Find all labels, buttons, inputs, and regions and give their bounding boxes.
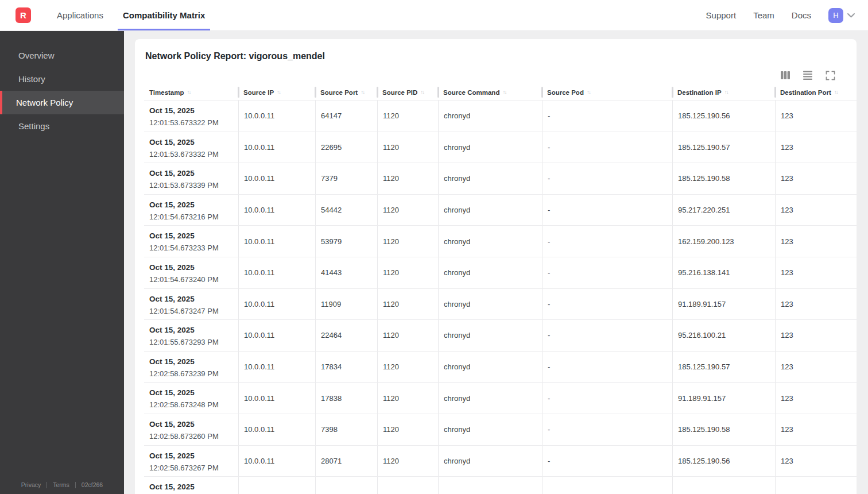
footer-divider bbox=[75, 482, 76, 488]
timestamp-cell: Oct 15, 2025 12:01:53.673322 PM bbox=[144, 101, 238, 132]
column-header-source-pid[interactable]: Source PID ↑↓ bbox=[377, 84, 438, 100]
sort-icon[interactable]: ↑↓ bbox=[187, 89, 192, 95]
timestamp-cell: Oct 15, 2025 12:01:54.673247 PM bbox=[144, 289, 238, 320]
sort-icon[interactable]: ↑↓ bbox=[724, 89, 729, 95]
destination-port-cell: 123 bbox=[775, 163, 857, 194]
timestamp-time: 12:02:58.673267 PM bbox=[149, 462, 219, 474]
tab-applications[interactable]: Applications bbox=[52, 0, 108, 30]
sidebar-item-history[interactable]: History bbox=[0, 67, 124, 91]
source-port-cell bbox=[315, 477, 377, 494]
timestamp-time: 12:01:54.673247 PM bbox=[149, 305, 219, 317]
sort-icon[interactable]: ↑↓ bbox=[834, 89, 839, 95]
source-pid-cell: 1120 bbox=[377, 352, 438, 383]
table-row: Oct 15, 2025 12:01:54.673247 PM 10.0.0.1… bbox=[144, 289, 857, 321]
expand-icon[interactable] bbox=[824, 70, 836, 81]
source-port-cell: 54442 bbox=[315, 195, 377, 226]
column-header-source-pod[interactable]: Source Pod ↑↓ bbox=[542, 84, 672, 100]
source-port-cell: 28071 bbox=[315, 446, 377, 477]
destination-ip-cell: 185.125.190.58 bbox=[672, 414, 775, 445]
main-content: Network Policy Report: vigorous_mendel bbox=[124, 31, 868, 494]
sort-icon[interactable]: ↑↓ bbox=[277, 89, 281, 95]
link-team[interactable]: Team bbox=[753, 10, 774, 20]
destination-ip-cell: 185.125.190.57 bbox=[672, 352, 775, 383]
rows-icon[interactable] bbox=[802, 70, 813, 81]
table-row: Oct 15, 2025 12:01:54.673240 PM 10.0.0.1… bbox=[144, 257, 857, 289]
column-header-timestamp[interactable]: Timestamp ↑↓ bbox=[144, 84, 238, 100]
source-ip-cell: 10.0.0.11 bbox=[238, 383, 315, 414]
timestamp-date: Oct 15, 2025 bbox=[149, 167, 195, 179]
columns-icon[interactable] bbox=[780, 70, 791, 81]
timestamp-date: Oct 15, 2025 bbox=[149, 105, 195, 117]
column-header-source-command[interactable]: Source Command ↑↓ bbox=[438, 84, 542, 100]
column-header-destination-port[interactable]: Destination Port ↑↓ bbox=[775, 84, 857, 100]
tab-compatibility-matrix[interactable]: Compatibility Matrix bbox=[118, 0, 210, 30]
terms-link[interactable]: Terms bbox=[53, 481, 69, 488]
sidebar: Overview History Network Policy Settings… bbox=[0, 31, 124, 494]
source-command-cell: chronyd bbox=[438, 352, 542, 383]
app-logo[interactable]: R bbox=[16, 7, 31, 23]
column-resize-handle[interactable] bbox=[377, 87, 378, 98]
timestamp-cell: Oct 15, 2025 12:01:53.673339 PM bbox=[144, 163, 238, 194]
timestamp-time: 12:01:53.673339 PM bbox=[149, 179, 219, 191]
timestamp-time: 12:01:54.673233 PM bbox=[149, 242, 219, 254]
privacy-link[interactable]: Privacy bbox=[21, 481, 41, 488]
column-resize-handle[interactable] bbox=[437, 87, 439, 98]
sort-icon[interactable]: ↑↓ bbox=[420, 89, 425, 95]
destination-ip-cell: 185.125.190.58 bbox=[672, 163, 775, 194]
column-resize-handle[interactable] bbox=[315, 87, 316, 98]
source-command-cell: chronyd bbox=[438, 320, 542, 351]
destination-ip-cell: 185.125.190.56 bbox=[672, 101, 775, 132]
column-header-source-port[interactable]: Source Port ↑↓ bbox=[315, 84, 377, 100]
logo-letter: R bbox=[20, 10, 26, 20]
destination-ip-cell: 185.125.190.57 bbox=[672, 132, 775, 163]
source-ip-cell: 10.0.0.11 bbox=[238, 163, 315, 194]
column-resize-handle[interactable] bbox=[238, 87, 239, 98]
user-menu[interactable]: H bbox=[828, 8, 855, 23]
chevron-down-icon[interactable] bbox=[847, 10, 855, 21]
source-command-cell: chronyd bbox=[438, 383, 542, 414]
timestamp-time: 12:01:54.673240 PM bbox=[149, 273, 219, 285]
source-command-cell: chronyd bbox=[438, 101, 542, 132]
sort-icon[interactable]: ↑↓ bbox=[587, 89, 591, 95]
table-row: Oct 15, 2025 12:01:53.673322 PM 10.0.0.1… bbox=[144, 101, 857, 132]
source-port-cell: 22695 bbox=[315, 132, 377, 163]
table-toolbar bbox=[135, 61, 857, 84]
destination-port-cell: 123 bbox=[775, 320, 857, 351]
sidebar-item-network-policy[interactable]: Network Policy bbox=[0, 91, 124, 114]
column-header-destination-ip[interactable]: Destination IP ↑↓ bbox=[672, 84, 775, 100]
source-pid-cell: 1120 bbox=[377, 320, 438, 351]
table-row: Oct 15, 2025 12:01:55.673293 PM 10.0.0.1… bbox=[144, 320, 857, 352]
source-pod-cell: - bbox=[542, 226, 672, 257]
destination-ip-cell: 95.217.220.251 bbox=[672, 195, 775, 226]
link-support[interactable]: Support bbox=[706, 10, 737, 20]
timestamp-time: 12:01:53.673322 PM bbox=[149, 117, 219, 129]
table-row: Oct 15, 2025 12:02:58.673260 PM 10.0.0.1… bbox=[144, 414, 857, 446]
column-resize-handle[interactable] bbox=[774, 87, 776, 98]
link-docs[interactable]: Docs bbox=[792, 10, 811, 20]
source-port-cell: 53979 bbox=[315, 226, 377, 257]
sidebar-item-settings[interactable]: Settings bbox=[0, 114, 124, 138]
avatar[interactable]: H bbox=[828, 8, 843, 23]
sort-icon[interactable]: ↑↓ bbox=[502, 89, 507, 95]
destination-ip-cell: 91.189.91.157 bbox=[672, 383, 775, 414]
table-row: Oct 15, 2025 12:02:58.673248 PM 10.0.0.1… bbox=[144, 383, 857, 414]
column-header-source-ip[interactable]: Source IP ↑↓ bbox=[238, 84, 315, 100]
table-header-row: Timestamp ↑↓ Source IP ↑↓ Source Port ↑↓ bbox=[144, 84, 857, 101]
timestamp-cell: Oct 15, 2025 12:02:58.673239 PM bbox=[144, 352, 238, 383]
destination-port-cell: 123 bbox=[775, 226, 857, 257]
report-card: Network Policy Report: vigorous_mendel bbox=[135, 39, 857, 494]
version-label: 02cf266 bbox=[82, 481, 103, 488]
source-pid-cell: 1120 bbox=[377, 414, 438, 445]
column-resize-handle[interactable] bbox=[672, 87, 673, 98]
timestamp-cell: Oct 15, 2025 12:02:58.673267 PM bbox=[144, 446, 238, 477]
sort-icon[interactable]: ↑↓ bbox=[361, 89, 365, 95]
sidebar-item-overview[interactable]: Overview bbox=[0, 44, 124, 67]
source-ip-cell: 10.0.0.11 bbox=[238, 289, 315, 320]
timestamp-cell: Oct 15, 2025 bbox=[144, 477, 238, 494]
timestamp-cell: Oct 15, 2025 12:01:55.673293 PM bbox=[144, 320, 238, 351]
column-resize-handle[interactable] bbox=[541, 87, 543, 98]
source-port-cell: 64147 bbox=[315, 101, 377, 132]
table-row: Oct 15, 2025 12:01:53.673332 PM 10.0.0.1… bbox=[144, 132, 857, 164]
source-command-cell: chronyd bbox=[438, 163, 542, 194]
timestamp-time: 12:01:53.673332 PM bbox=[149, 148, 219, 160]
